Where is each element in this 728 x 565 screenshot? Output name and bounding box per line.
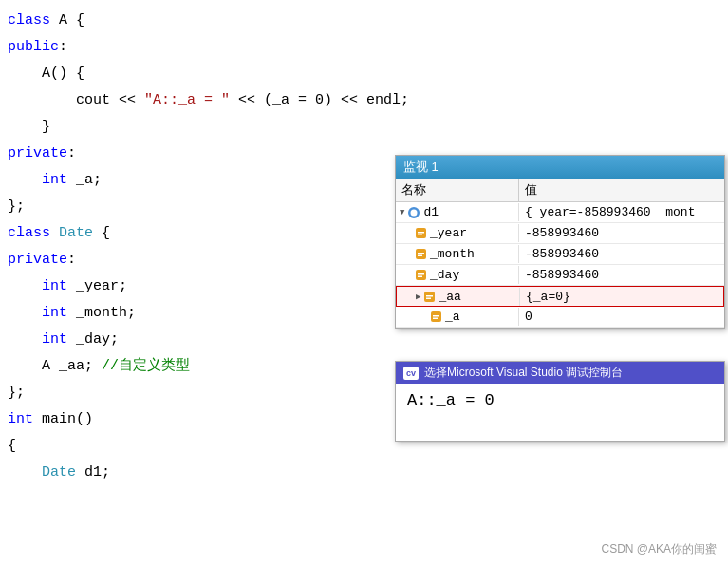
field-icon-day (415, 269, 427, 281)
watch-val-day: -858993460 (519, 266, 605, 284)
code-line-2: public: (0, 34, 728, 61)
watch-val-year: -858993460 (519, 224, 605, 242)
watch-name-aa: ▶ _aa (397, 288, 520, 306)
svg-rect-4 (418, 235, 422, 236)
svg-rect-13 (426, 297, 431, 299)
watch-label-d1: d1 (423, 205, 439, 219)
watch-label-day: _day (430, 268, 459, 282)
field-icon-aa (423, 291, 436, 303)
console-icon: cv (403, 367, 419, 380)
watermark: CSDN @AKA你的闺蜜 (601, 541, 717, 557)
code-line-4: cout << "A::_a = " << (_a = 0) << endl; (0, 87, 728, 114)
watch-label-a: _a (445, 310, 460, 324)
field-icon-month (415, 248, 427, 260)
svg-rect-9 (418, 273, 424, 275)
code-line-13: int _day; (0, 327, 728, 353)
watch-window: 监视 1 名称 值 ▼ d1 {_year=-858993460 _mont (395, 155, 725, 329)
watch-body: ▼ d1 {_year=-858993460 _mont _year -8589… (396, 202, 724, 328)
code-line-1: class A { (0, 8, 728, 34)
watch-row-year[interactable]: _year -858993460 (396, 223, 724, 244)
watch-header: 名称 值 (396, 179, 724, 202)
svg-rect-15 (433, 315, 439, 317)
watch-row-aa[interactable]: ▶ _aa {_a=0} (396, 286, 724, 307)
watch-row-a[interactable]: _a 0 (396, 307, 724, 328)
watch-val-month: -858993460 (519, 245, 605, 263)
console-title: cv 选择Microsoft Visual Studio 调试控制台 (396, 362, 724, 384)
watch-val-a: 0 (519, 308, 538, 326)
code-line-18: Date d1; (0, 460, 728, 486)
console-title-text: 选择Microsoft Visual Studio 调试控制台 (424, 365, 623, 381)
svg-rect-6 (418, 253, 424, 254)
watch-label-year: _year (430, 226, 467, 240)
watch-name-month: _month (396, 245, 519, 263)
watch-col-name: 名称 (396, 179, 519, 201)
watch-row-day[interactable]: _day -858993460 (396, 265, 724, 286)
code-line-5: } (0, 114, 728, 141)
svg-rect-12 (426, 295, 433, 297)
console-output: A::_a = 0 (407, 391, 495, 409)
watch-name-a: _a (396, 308, 519, 326)
watch-label-aa: _aa (439, 290, 460, 304)
watch-val-d1: {_year=-858993460 _mont (519, 203, 700, 221)
watch-col-value: 值 (519, 179, 543, 201)
console-body: A::_a = 0 (396, 384, 724, 441)
watch-val-aa: {_a=0} (520, 288, 576, 306)
expand-icon-d1[interactable]: ▼ (400, 208, 404, 217)
watch-name-year: _year (396, 224, 519, 242)
watch-row-month[interactable]: _month -858993460 (396, 244, 724, 265)
svg-rect-16 (433, 318, 438, 320)
code-line-3: A() { (0, 61, 728, 87)
watch-name-d1: ▼ d1 (396, 203, 519, 221)
field-icon-year (415, 227, 427, 239)
svg-point-1 (411, 209, 418, 216)
expand-icon-aa[interactable]: ▶ (416, 292, 420, 302)
watch-title: 监视 1 (396, 156, 724, 179)
watch-name-day: _day (396, 266, 519, 284)
console-window: cv 选择Microsoft Visual Studio 调试控制台 A::_a… (395, 361, 725, 442)
field-icon-a (430, 311, 442, 323)
svg-rect-10 (418, 276, 422, 278)
obj-icon-d1 (407, 206, 420, 219)
svg-rect-7 (418, 255, 422, 257)
watch-row-d1[interactable]: ▼ d1 {_year=-858993460 _mont (396, 202, 724, 223)
watch-label-month: _month (430, 247, 475, 261)
svg-rect-3 (418, 232, 424, 234)
